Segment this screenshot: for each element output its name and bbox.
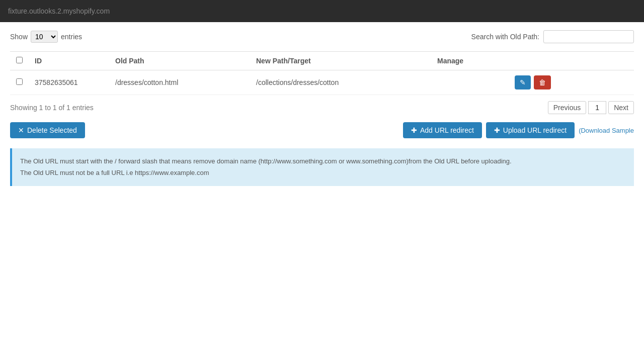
- table-row: 37582635061 /dresses/cotton.html /collec…: [10, 70, 634, 95]
- row-id: 37582635061: [29, 70, 109, 95]
- delete-row-button[interactable]: 🗑: [534, 75, 551, 89]
- next-button[interactable]: Next: [608, 101, 634, 114]
- showing-text: Showing 1 to 1 of 1 entries: [10, 104, 94, 112]
- info-line2: The Old URL must not be a full URL i.e h…: [20, 167, 626, 178]
- select-all-checkbox[interactable]: [16, 57, 23, 63]
- top-bar: fixture.outlooks.2.myshopify.com: [0, 0, 644, 22]
- previous-button[interactable]: Previous: [548, 101, 586, 114]
- plus-icon-upload: ✚: [494, 126, 500, 134]
- row-manage: ✎ 🗑: [431, 70, 634, 95]
- row-old-path: /dresses/cotton.html: [109, 70, 250, 95]
- info-box: The Old URL must start with the / forwar…: [10, 148, 634, 186]
- col-header-manage: Manage: [431, 52, 634, 70]
- row-new-path: /collections/dresses/cotton: [250, 70, 431, 95]
- add-url-redirect-button[interactable]: ✚ Add URL redirect: [403, 122, 482, 138]
- delete-selected-label: Delete Selected: [27, 126, 77, 134]
- minus-icon: ✕: [18, 126, 24, 134]
- info-line1: The Old URL must start with the / forwar…: [20, 155, 626, 167]
- row-checkbox[interactable]: [16, 78, 23, 85]
- col-header-id: ID: [29, 52, 109, 70]
- download-sample-label: (Download Sample: [579, 127, 634, 134]
- download-sample-link[interactable]: (Download Sample: [579, 127, 634, 134]
- plus-icon-add: ✚: [411, 126, 417, 134]
- add-redirect-label: Add URL redirect: [420, 126, 474, 134]
- search-input[interactable]: [543, 30, 634, 43]
- edit-button[interactable]: ✎: [515, 75, 531, 89]
- col-header-new-path: New Path/Target: [250, 52, 431, 70]
- show-entries-select[interactable]: 10 25 50 100: [31, 31, 58, 43]
- upload-url-redirect-button[interactable]: ✚ Upload URL redirect: [486, 122, 575, 138]
- delete-selected-button[interactable]: ✕ Delete Selected: [10, 122, 85, 138]
- upload-redirect-label: Upload URL redirect: [503, 126, 567, 134]
- col-header-old-path: Old Path: [109, 52, 250, 70]
- show-label: Show: [10, 33, 28, 41]
- top-bar-title: fixture.outlooks.2.myshopify.com: [8, 7, 110, 15]
- page-number: 1: [588, 101, 606, 114]
- search-label: Search with Old Path:: [471, 33, 539, 41]
- entries-label: entries: [61, 33, 82, 41]
